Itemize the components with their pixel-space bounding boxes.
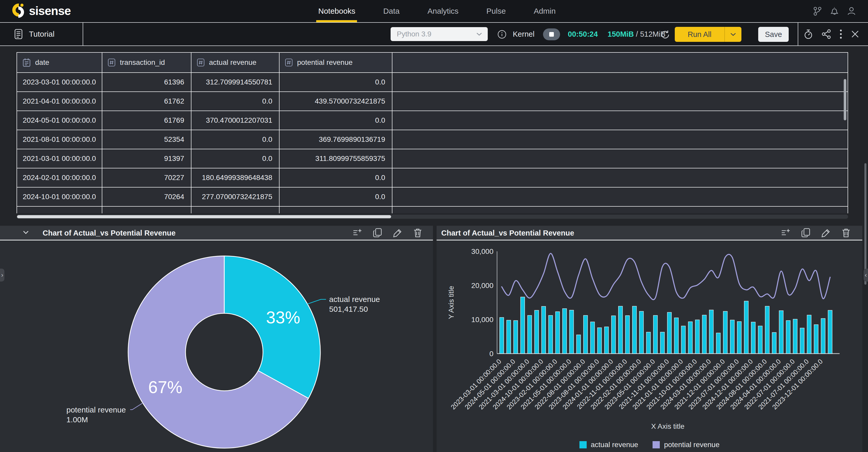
edit-pencil-icon[interactable]	[393, 228, 403, 238]
table-row: 2023-03-01 00:00:00.0309470.0537.0300292…	[17, 206, 847, 213]
column-header-potential-revenue[interactable]: potential revenue	[280, 53, 393, 72]
refresh-icon[interactable]	[660, 29, 670, 39]
table-cell: 61396	[102, 73, 191, 91]
table-row: 2021-03-01 00:00:00.0913970.0311.8099975…	[17, 149, 847, 168]
table-vscrollbar-thumb[interactable]	[844, 79, 846, 120]
bar-17	[618, 306, 623, 354]
bar-15	[604, 327, 609, 354]
right-panel-expand-handle[interactable]: ‹	[864, 269, 868, 282]
combo-chart-panel-header: Chart of Actual_vs Potential Revenue	[437, 226, 862, 240]
bar-38	[765, 306, 769, 354]
column-header-label: transaction_id	[120, 58, 165, 67]
table-cell: 70264	[102, 188, 191, 206]
table-row: 2021-08-01 00:00:00.0523540.0369.7699890…	[17, 130, 847, 149]
combo-chart-panel: Chart of Actual_vs Potential Revenue	[437, 226, 862, 452]
close-icon[interactable]	[850, 29, 860, 39]
add-to-list-icon[interactable]	[780, 228, 791, 238]
column-header-label: potential revenue	[297, 58, 352, 67]
sisense-logo[interactable]: sisense	[10, 3, 71, 19]
nav-tab-notebooks[interactable]: Notebooks	[318, 7, 355, 15]
table-cell: 2023-03-01 00:00:00.0	[17, 73, 102, 91]
table-row: 2024-10-01 00:00:00.070264277.0700073242…	[17, 188, 847, 206]
stopwatch-icon[interactable]	[803, 28, 814, 40]
table-cell: 2024-05-01 00:00:00.0	[17, 111, 102, 130]
table-row: 2023-03-01 00:00:00.061396312.7099914550…	[17, 73, 847, 92]
duplicate-icon[interactable]	[801, 228, 811, 238]
table-cell: 180.64999389648438	[191, 168, 280, 187]
delete-trash-icon[interactable]	[841, 228, 851, 238]
bar-28	[695, 320, 699, 354]
duplicate-icon[interactable]	[373, 228, 383, 238]
save-button[interactable]: Save	[758, 27, 789, 42]
table-cell: 311.80999755859375	[280, 149, 393, 168]
bar-43	[800, 328, 804, 354]
donut-callout-label: actual revenue501,417.50	[329, 295, 380, 313]
run-all-button[interactable]: Run All	[675, 27, 741, 42]
donut-callout-line	[307, 299, 326, 304]
kebab-menu-icon[interactable]	[839, 28, 843, 40]
bar-18	[625, 316, 629, 354]
collapse-chevron-icon[interactable]	[22, 230, 29, 235]
user-icon[interactable]	[846, 6, 857, 16]
column-header-transaction_id[interactable]: transaction_id	[102, 53, 191, 72]
bar-0	[500, 317, 504, 354]
bar-39	[772, 332, 776, 354]
table-cell: 2021-03-01 00:00:00.0	[17, 149, 102, 168]
line-series	[502, 253, 830, 300]
brand-text: sisense	[29, 4, 71, 18]
bar-11	[577, 335, 581, 354]
bar-7	[549, 315, 553, 354]
bell-icon[interactable]	[829, 6, 840, 16]
table-cell: 2023-03-01 00:00:00.0	[17, 206, 102, 213]
column-header-date[interactable]: date	[17, 53, 102, 72]
tab-tutorial[interactable]: Tutorial	[13, 23, 55, 45]
bar-4	[528, 315, 532, 354]
bar-45	[814, 325, 818, 354]
bar-3	[521, 297, 525, 354]
nav-tab-pulse[interactable]: Pulse	[487, 7, 506, 15]
table-cell: 70227	[102, 168, 191, 187]
bar-25	[674, 318, 678, 354]
left-panel-expand-handle[interactable]: ›	[0, 269, 4, 282]
calendar-icon	[22, 58, 31, 67]
legend-item-actual-revenue[interactable]: actual revenue	[580, 441, 638, 449]
table-cell: 312.7099914550781	[191, 73, 280, 91]
table-cell: 0.0	[191, 92, 280, 110]
table-cell: 369.7699890136719	[280, 130, 393, 149]
bar-9	[562, 309, 566, 354]
run-all-dropdown[interactable]	[725, 32, 741, 36]
table-cell: 439.57000732421875	[280, 92, 393, 110]
table-row: 2024-05-01 00:00:00.061769370.4700012207…	[17, 111, 847, 130]
bar-23	[660, 332, 664, 354]
page-vscrollbar-thumb[interactable]	[864, 163, 866, 285]
bar-47	[828, 310, 832, 354]
bar-6	[541, 306, 546, 354]
legend-label: potential revenue	[664, 441, 719, 449]
table-cell: 537.030029296875	[280, 206, 393, 213]
kernel-select[interactable]: Python 3.9	[391, 27, 488, 41]
bar-8	[555, 312, 560, 354]
bar-14	[597, 328, 602, 354]
delete-trash-icon[interactable]	[413, 228, 423, 238]
memory-separator: /	[636, 30, 638, 38]
donut-callout-label: potential revenue1.00M	[66, 406, 126, 424]
number-hash-icon	[196, 58, 205, 67]
stop-kernel-button[interactable]	[543, 28, 560, 40]
legend-item-potential-revenue[interactable]: potential revenue	[653, 441, 719, 449]
table-cell: 2021-04-01 00:00:00.0	[17, 92, 102, 110]
bar-34	[737, 322, 741, 354]
nav-tab-admin[interactable]: Admin	[534, 7, 556, 15]
legend-swatch	[653, 441, 660, 448]
share-icon[interactable]	[821, 29, 832, 39]
git-branch-icon[interactable]	[812, 6, 823, 16]
nav-tab-analytics[interactable]: Analytics	[428, 7, 459, 15]
stop-icon	[549, 32, 554, 37]
add-to-list-icon[interactable]	[352, 228, 363, 238]
dataframe-table: datetransaction_idactual revenuepotentia…	[17, 52, 848, 213]
bar-44	[807, 315, 811, 354]
column-header-actual-revenue[interactable]: actual revenue	[191, 53, 280, 72]
edit-pencil-icon[interactable]	[821, 228, 831, 238]
nav-tab-data[interactable]: Data	[383, 7, 399, 15]
info-icon[interactable]	[497, 30, 506, 39]
table-hscrollbar-thumb[interactable]	[17, 215, 391, 218]
